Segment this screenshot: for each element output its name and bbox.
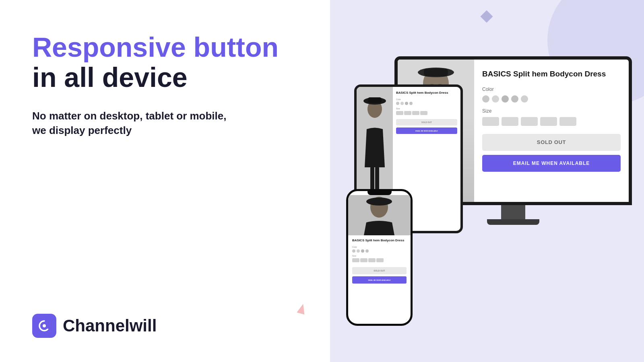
size-m[interactable] [521,117,538,126]
sold-out-button-desktop[interactable]: SOLD OUT [482,134,621,151]
phone-size-l[interactable] [376,258,384,262]
phone-dot-4[interactable] [365,249,369,253]
monitor-neck [501,205,525,219]
tablet-color-label: Color [396,98,457,101]
decorative-triangle [297,303,307,315]
tablet-dot-2[interactable] [400,102,404,105]
tablet-dot-4[interactable] [409,102,413,105]
color-dot-4[interactable] [511,95,518,103]
phone-color-label: Color [352,246,407,248]
phone-details: BASICS Split hem Bodycon Dress Color Siz… [348,235,411,324]
phone-sizes [352,258,407,262]
svg-point-0 [43,324,46,327]
phone-content: BASICS Split hem Bodycon Dress Color Siz… [348,191,411,324]
size-xs[interactable] [482,117,499,126]
tablet-size-xs[interactable] [396,111,403,115]
tablet-email-button[interactable]: EMAIL ME WHEN AVAILABLE [396,128,457,134]
phone-notch [367,191,392,195]
phone-dot-2[interactable] [357,249,360,253]
svg-point-20 [366,197,392,206]
svg-rect-15 [368,97,382,103]
size-s[interactable] [502,117,518,126]
phone-size-m[interactable] [368,258,376,262]
logo-area: Channelwill [32,314,298,338]
color-label-desktop: Color [482,86,621,92]
color-dot-2[interactable] [492,95,499,103]
phone-sold-out-button[interactable]: SOLD OUT [352,267,407,274]
tablet-dot-3[interactable] [405,102,408,105]
devices-container: BASICS Split hem Bodycon Dress Color Siz… [346,24,628,338]
phone-size-label: Size [352,255,407,257]
monitor-base [487,219,539,225]
size-label-desktop: Size [482,108,621,114]
size-options-desktop [482,117,621,126]
phone-product-title: BASICS Split hem Bodycon Dress [352,239,407,243]
tablet-dot-1[interactable] [396,102,399,105]
right-panel: BASICS Split hem Bodycon Dress Color Siz… [330,0,644,362]
size-l[interactable] [540,117,557,126]
logo-text: Channelwill [63,316,157,335]
phone-size-xs[interactable] [352,258,359,262]
phone-color-dots [352,249,407,253]
headline-line2: in all device [32,62,298,93]
subtext: No matter on desktop, tablet or mobile, … [32,109,242,138]
phone-size-s[interactable] [360,258,367,262]
decorative-diamond [480,10,493,23]
phone-dot-3[interactable] [361,249,364,253]
channelwill-logo-icon [32,314,56,338]
tablet-size-label: Size [396,107,457,110]
color-dot-1[interactable] [482,95,489,103]
headline-line1: Responsive button [32,32,298,62]
phone-email-button[interactable]: EMAIL ME WHEN AVAILABLE [352,276,407,284]
svg-rect-4 [424,68,448,76]
tablet-sold-out-button[interactable]: SOLD OUT [396,119,457,125]
tablet-sizes [396,111,457,115]
left-panel: Responsive button in all device No matte… [0,0,330,362]
color-dot-3[interactable] [502,95,509,103]
color-dots-desktop [482,95,621,103]
product-details-desktop: BASICS Split hem Bodycon Dress Color Siz… [474,60,629,202]
size-xl[interactable] [559,117,576,126]
tablet-color-dots [396,102,457,105]
tablet-product-title: BASICS Split hem Bodycon Dress [396,91,457,95]
phone-product-image [348,195,411,235]
phone-frame: BASICS Split hem Bodycon Dress Color Siz… [346,189,413,326]
tablet-size-l[interactable] [420,111,427,115]
phone-mockup: BASICS Split hem Bodycon Dress Color Siz… [346,189,413,326]
phone-dot-1[interactable] [352,249,355,253]
tablet-size-m[interactable] [412,111,419,115]
product-title-desktop: BASICS Split hem Bodycon Dress [482,69,621,79]
email-me-button-desktop[interactable]: EMAIL ME WHEN AVAILABLE [482,155,621,172]
color-dot-5[interactable] [521,95,528,103]
tablet-size-s[interactable] [404,111,411,115]
